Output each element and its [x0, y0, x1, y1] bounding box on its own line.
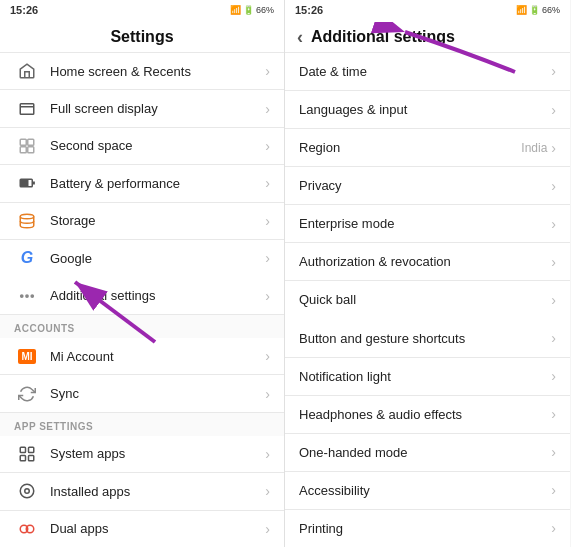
arrow-notificationlight: ›	[551, 368, 556, 384]
menu-label-headphones: Headphones & audio effects	[299, 407, 551, 422]
arrow-fullscreen: ›	[265, 101, 270, 117]
menu-item-systemapps[interactable]: System apps ›	[0, 436, 284, 473]
right-header: ‹ Additional settings	[285, 20, 570, 52]
svg-point-9	[20, 214, 34, 219]
installedapps-icon	[14, 478, 40, 504]
right-title: Additional settings	[311, 28, 455, 46]
svg-rect-13	[20, 447, 25, 452]
menu-item-printing[interactable]: Printing ›	[285, 510, 570, 547]
svg-rect-0	[20, 103, 34, 114]
svg-rect-2	[20, 139, 26, 145]
menu-item-home[interactable]: Home screen & Recents ›	[0, 53, 284, 90]
arrow-printing: ›	[551, 520, 556, 536]
menu-label-sync: Sync	[50, 386, 265, 401]
menu-label-dualapps: Dual apps	[50, 521, 265, 536]
svg-rect-4	[20, 147, 26, 153]
arrow-enterprise: ›	[551, 216, 556, 232]
menu-label-authorization: Authorization & revocation	[299, 254, 551, 269]
menu-item-quickball[interactable]: Quick ball ›	[285, 281, 570, 318]
menu-item-datetime[interactable]: Date & time ›	[285, 53, 570, 90]
menu-item-secondspace[interactable]: Second space ›	[0, 128, 284, 165]
arrow-home: ›	[265, 63, 270, 79]
menu-label-google: Google	[50, 251, 265, 266]
status-icons-left: 📶 🔋 66%	[230, 5, 274, 15]
menu-label-systemapps: System apps	[50, 446, 265, 461]
arrow-additional: ›	[265, 288, 270, 304]
menu-item-headphones[interactable]: Headphones & audio effects ›	[285, 396, 570, 433]
arrow-storage: ›	[265, 213, 270, 229]
menu-label-buttongesture: Button and gesture shortcuts	[299, 331, 551, 346]
arrow-google: ›	[265, 250, 270, 266]
svg-rect-8	[22, 181, 28, 186]
menu-label-battery: Battery & performance	[50, 176, 265, 191]
status-icons-right: 📶 🔋 66%	[516, 5, 560, 15]
arrow-accessibility: ›	[551, 482, 556, 498]
arrow-secondspace: ›	[265, 138, 270, 154]
dualapps-icon	[14, 516, 40, 542]
status-bar-left: 15:26 📶 🔋 66%	[0, 0, 284, 20]
menu-label-region: Region	[299, 140, 521, 155]
menu-item-additional[interactable]: Additional settings ›	[0, 277, 284, 314]
menu-item-languages[interactable]: Languages & input ›	[285, 91, 570, 128]
battery-icon	[14, 170, 40, 196]
menu-item-sync[interactable]: Sync ›	[0, 375, 284, 412]
menu-item-accessibility[interactable]: Accessibility ›	[285, 472, 570, 509]
svg-rect-5	[28, 147, 34, 153]
menu-item-storage[interactable]: Storage ›	[0, 203, 284, 240]
google-icon: G	[14, 245, 40, 271]
menu-item-notificationlight[interactable]: Notification light ›	[285, 358, 570, 395]
menu-label-enterprise: Enterprise mode	[299, 216, 551, 231]
menu-item-authorization[interactable]: Authorization & revocation ›	[285, 243, 570, 280]
menu-label-accessibility: Accessibility	[299, 483, 551, 498]
left-title: Settings	[110, 28, 173, 45]
home-icon	[14, 58, 40, 84]
menu-item-installedapps[interactable]: Installed apps ›	[0, 473, 284, 510]
menu-item-region[interactable]: Region India ›	[285, 129, 570, 166]
svg-rect-14	[29, 447, 34, 452]
menu-label-privacy: Privacy	[299, 178, 551, 193]
menu-item-privacy[interactable]: Privacy ›	[285, 167, 570, 204]
arrow-privacy: ›	[551, 178, 556, 194]
menu-label-storage: Storage	[50, 213, 265, 228]
menu-item-miaccount[interactable]: MI Mi Account ›	[0, 338, 284, 375]
svg-point-11	[26, 295, 28, 297]
systemapps-icon	[14, 441, 40, 467]
arrow-region: ›	[551, 140, 556, 156]
time-right: 15:26	[295, 4, 323, 16]
svg-point-10	[21, 295, 23, 297]
menu-label-secondspace: Second space	[50, 138, 265, 153]
right-panel: 15:26 📶 🔋 66% ‹ Additional settings Date…	[285, 0, 570, 547]
menu-item-battery[interactable]: Battery & performance ›	[0, 165, 284, 202]
menu-item-onehanded[interactable]: One-handed mode ›	[285, 434, 570, 471]
menu-label-onehanded: One-handed mode	[299, 445, 551, 460]
menu-label-fullscreen: Full screen display	[50, 101, 265, 116]
menu-label-additional: Additional settings	[50, 288, 265, 303]
svg-point-18	[25, 489, 30, 494]
menu-item-enterprise[interactable]: Enterprise mode ›	[285, 205, 570, 242]
menu-label-miaccount: Mi Account	[50, 349, 265, 364]
left-header: Settings	[0, 20, 284, 52]
accounts-section-label: ACCOUNTS	[0, 315, 284, 338]
arrow-installedapps: ›	[265, 483, 270, 499]
sync-icon	[14, 381, 40, 407]
arrow-battery: ›	[265, 175, 270, 191]
menu-label-home: Home screen & Recents	[50, 64, 265, 79]
arrow-datetime: ›	[551, 63, 556, 79]
back-button[interactable]: ‹	[297, 28, 303, 46]
arrow-quickball: ›	[551, 292, 556, 308]
arrow-dualapps: ›	[265, 521, 270, 537]
svg-point-12	[31, 295, 33, 297]
left-panel: 15:26 📶 🔋 66% Settings Home screen & Rec…	[0, 0, 285, 547]
secondspace-icon	[14, 133, 40, 159]
svg-rect-15	[20, 455, 25, 460]
arrow-miaccount: ›	[265, 348, 270, 364]
menu-item-fullscreen[interactable]: Full screen display ›	[0, 90, 284, 127]
menu-item-dualapps[interactable]: Dual apps ›	[0, 511, 284, 547]
menu-label-quickball: Quick ball	[299, 292, 551, 307]
arrow-buttongesture: ›	[551, 330, 556, 346]
menu-item-buttongesture[interactable]: Button and gesture shortcuts ›	[285, 319, 570, 356]
menu-item-google[interactable]: G Google ›	[0, 240, 284, 277]
arrow-languages: ›	[551, 102, 556, 118]
region-value: India	[521, 141, 547, 155]
arrow-headphones: ›	[551, 406, 556, 422]
